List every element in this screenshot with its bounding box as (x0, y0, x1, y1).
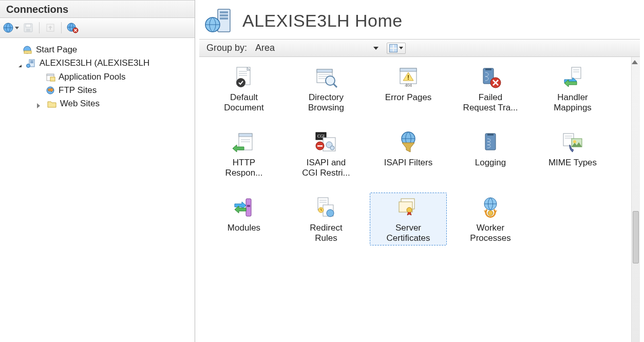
dropdown-arrow-icon (399, 47, 403, 49)
connections-tree: Start Page ALEXISE3LH (ALEXISE3LH (0, 38, 195, 342)
svg-rect-35 (400, 68, 416, 71)
server-large-icon (204, 7, 233, 34)
tree-app-pools[interactable]: Application Pools (43, 70, 193, 84)
content-header: ALEXISE3LH Home (195, 0, 644, 39)
svg-rect-36 (408, 75, 409, 78)
handler-mappings-icon (558, 65, 587, 89)
view-mode-button[interactable] (387, 43, 406, 54)
svg-point-74 (407, 207, 412, 213)
vertical-scrollbar[interactable] (631, 57, 640, 342)
group-by-value: Area (255, 43, 275, 53)
dropdown-arrow-icon (15, 27, 19, 29)
svg-rect-55 (317, 145, 323, 147)
feature-handler-mappings[interactable]: HandlerMappings (534, 62, 611, 115)
tree-expander-server[interactable] (14, 63, 22, 70)
connections-header: Connections (0, 0, 195, 18)
feature-modules[interactable]: Modules (205, 193, 282, 245)
failed-request-icon (476, 65, 505, 89)
tree-web-sites[interactable]: Web Sites (45, 97, 102, 110)
feature-worker-processes[interactable]: WorkerProcesses (452, 193, 529, 245)
svg-rect-46 (239, 134, 252, 137)
svg-point-26 (236, 78, 245, 87)
feature-label: WorkerProcesses (470, 223, 510, 243)
tree-start-page-label: Start Page (36, 45, 77, 55)
svg-rect-10 (30, 61, 33, 62)
feature-label: Modules (228, 223, 260, 233)
dropdown-arrow-icon (373, 47, 378, 50)
server-tree-icon (26, 59, 36, 68)
feature-label: FailedRequest Tra... (463, 92, 518, 112)
tree-app-pools-label: Application Pools (59, 72, 125, 82)
page-title: ALEXISE3LH Home (242, 11, 403, 31)
feature-isapi-cgi[interactable]: CGIISAPI andCGI Restri... (288, 127, 365, 180)
feature-logging[interactable]: Logging (452, 127, 529, 180)
tree-server-node[interactable]: ALEXISE3LH (ALEXISE3LH (24, 56, 152, 70)
toolbar-separator (39, 22, 40, 33)
feature-label: HandlerMappings (554, 92, 592, 112)
feature-default-document[interactable]: DefaultDocument (205, 62, 282, 115)
grid-view-icon (389, 44, 397, 52)
remove-connection-button[interactable] (65, 20, 80, 35)
worker-processes-icon (476, 195, 505, 220)
feature-label: DirectoryBrowsing (308, 92, 344, 112)
feature-label: ServerCertificates (386, 223, 430, 243)
mime-types-icon (558, 130, 587, 155)
server-certs-icon (394, 195, 423, 220)
save-icon (23, 23, 33, 33)
tree-server-label: ALEXISE3LH (ALEXISE3LH (40, 58, 150, 68)
directory-browsing-icon (312, 65, 340, 89)
error-pages-icon: 404 (394, 65, 423, 89)
connections-toolbar (0, 18, 195, 38)
feature-server-certs[interactable]: ServerCertificates (370, 193, 447, 245)
svg-rect-14 (47, 74, 54, 75)
save-button (21, 20, 36, 35)
svg-rect-64 (246, 199, 251, 216)
connections-panel: Connections (0, 0, 195, 342)
group-by-select[interactable]: Area (251, 42, 383, 54)
scrollbar-thumb[interactable] (633, 211, 639, 263)
content-pane: ALEXISE3LH Home Group by: Area DefaultDo… (195, 0, 644, 342)
redirect-rules-icon (312, 195, 340, 220)
feature-isapi-filters[interactable]: ISAPI Filters (370, 127, 447, 180)
feature-redirect-rules[interactable]: RedirectRules (288, 193, 365, 245)
feature-http-response[interactable]: HTTPRespon... (205, 127, 282, 180)
svg-rect-57 (485, 134, 496, 150)
isapi-filters-icon (394, 130, 423, 155)
svg-rect-2 (26, 24, 31, 27)
svg-rect-18 (220, 11, 228, 13)
folder-icon (47, 99, 57, 108)
svg-rect-28 (317, 69, 332, 72)
page-up-icon (45, 23, 55, 33)
svg-rect-20 (220, 17, 228, 20)
svg-rect-15 (50, 77, 55, 81)
start-page-icon (23, 45, 33, 54)
svg-point-53 (330, 146, 334, 150)
svg-text:404: 404 (405, 83, 412, 88)
default-document-icon (230, 65, 258, 89)
svg-rect-8 (24, 51, 31, 53)
toolbar-separator (61, 22, 62, 33)
svg-rect-58 (487, 134, 494, 136)
group-by-label: Group by: (206, 43, 247, 53)
http-response-icon (230, 130, 258, 155)
svg-rect-40 (485, 68, 491, 70)
tree-ftp-sites-label: FTP Sites (59, 85, 97, 96)
tree-ftp-sites[interactable]: FTP Sites (43, 84, 193, 97)
feature-label: HTTPRespon... (225, 158, 263, 178)
svg-rect-42 (572, 67, 581, 79)
connect-button[interactable] (3, 20, 18, 35)
svg-rect-37 (408, 79, 409, 80)
tree-start-page[interactable]: Start Page (21, 43, 193, 56)
ftp-sites-icon (45, 86, 55, 95)
tree-expander-websites[interactable] (35, 102, 42, 109)
feature-mime-types[interactable]: MIME Types (534, 127, 611, 180)
svg-point-12 (26, 64, 30, 68)
feature-failed-request[interactable]: FailedRequest Tra... (452, 62, 529, 115)
feature-label: MIME Types (548, 158, 597, 168)
feature-label: DefaultDocument (224, 92, 263, 112)
feature-error-pages[interactable]: 404Error Pages (370, 62, 447, 115)
isapi-cgi-icon: CGI (312, 130, 340, 155)
svg-rect-65 (247, 205, 250, 207)
features-area: DefaultDocumentDirectoryBrowsing404Error… (199, 57, 640, 342)
feature-directory-browsing[interactable]: DirectoryBrowsing (288, 62, 365, 115)
